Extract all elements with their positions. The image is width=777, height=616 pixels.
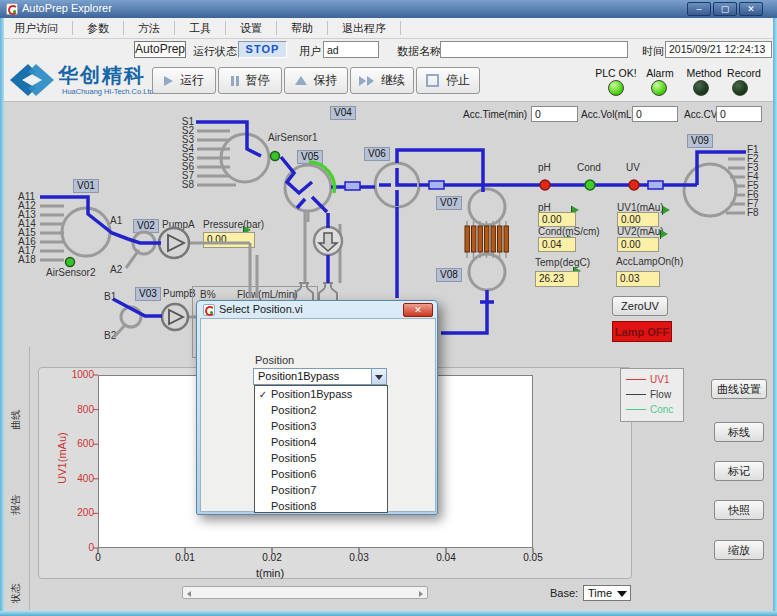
valve-v09-label[interactable]: V09 xyxy=(687,134,713,148)
position-field-label: Position xyxy=(255,354,294,366)
valve-v02[interactable] xyxy=(133,232,155,254)
brand-subtitle: HuaChuang Hi-Tech.Co.Ltd. xyxy=(62,87,156,96)
chart-legend: UV1 Flow Conc xyxy=(620,368,684,422)
valve-v06-label[interactable]: V06 xyxy=(364,147,390,161)
pump-a-label: PumpA xyxy=(162,220,195,230)
close-button[interactable]: ✕ xyxy=(739,2,763,16)
chevron-down-icon xyxy=(617,591,627,597)
run-button[interactable]: 运行 xyxy=(152,67,216,94)
option-position4[interactable]: Position4 xyxy=(255,434,387,450)
title-bar: AutoPrep Explorer – ▢ ✕ xyxy=(0,0,777,18)
resume-button[interactable]: 继续 xyxy=(350,67,414,94)
dataname-input[interactable] xyxy=(440,41,628,58)
pump-b-label: PumpB xyxy=(163,289,196,299)
dialog-title: Select Position.vi xyxy=(219,303,303,315)
tab-status[interactable]: 状态 xyxy=(9,563,23,616)
run-status-value: STOP xyxy=(238,41,287,58)
option-position3[interactable]: Position3 xyxy=(255,418,387,434)
acc-vol-value: 0 xyxy=(632,106,678,122)
valve-v06[interactable] xyxy=(375,163,419,207)
option-position7[interactable]: Position7 xyxy=(255,482,387,498)
menu-exit[interactable]: 退出程序 xyxy=(328,21,401,35)
conc-line-swatch xyxy=(626,409,646,410)
pump-a[interactable] xyxy=(159,228,189,258)
y-tick-200: 200 xyxy=(60,507,94,518)
valve-v04[interactable] xyxy=(221,134,269,182)
minimize-button[interactable]: – xyxy=(687,2,711,16)
base-dropdown[interactable]: Time xyxy=(583,585,631,601)
valve-v01[interactable] xyxy=(62,208,110,256)
hold-button[interactable]: 保持 xyxy=(284,67,348,94)
chart-h-scrollbar[interactable] xyxy=(182,586,428,599)
menu-method[interactable]: 方法 xyxy=(124,21,175,35)
menu-help[interactable]: 帮助 xyxy=(277,21,328,35)
valve-v07[interactable] xyxy=(469,189,505,225)
legend-conc: Conc xyxy=(621,402,683,417)
pause-button[interactable]: 暂停 xyxy=(218,67,282,94)
zero-uv-button[interactable]: ZeroUV xyxy=(612,296,668,316)
airsensor1-label: AirSensor1 xyxy=(268,133,317,143)
maximize-button[interactable]: ▢ xyxy=(713,2,737,16)
stop-button[interactable]: 停止 xyxy=(416,67,480,94)
record-led xyxy=(732,80,748,96)
window-border-left xyxy=(0,18,4,616)
app-icon xyxy=(6,3,18,15)
valve-v01-label[interactable]: V01 xyxy=(73,179,99,193)
port-s8: S8 xyxy=(174,180,194,190)
snapshot-button[interactable]: 快照 xyxy=(714,500,764,520)
legend-uv1: UV1 xyxy=(621,372,683,387)
dialog-close-icon[interactable]: ✕ xyxy=(403,303,433,317)
option-position1bypass[interactable]: ✓Position1Bypass xyxy=(255,386,387,402)
valve-v05-label[interactable]: V05 xyxy=(297,150,323,164)
user-input[interactable] xyxy=(323,41,379,58)
position-combobox[interactable]: Position1Bypass xyxy=(253,368,387,385)
zoom-button[interactable]: 缩放 xyxy=(714,540,764,560)
lamp-off-button[interactable]: Lamp OFF xyxy=(612,321,672,342)
valve-v04-label[interactable]: V04 xyxy=(330,106,356,120)
cond-readout-value: 0.04 xyxy=(538,237,576,252)
play-icon xyxy=(164,76,173,86)
menu-settings[interactable]: 设置 xyxy=(226,21,277,35)
valve-v08[interactable] xyxy=(469,254,505,290)
tab-curve[interactable]: 曲线 xyxy=(9,390,23,450)
valve-v09[interactable] xyxy=(684,164,736,216)
valve-v03-label[interactable]: V03 xyxy=(135,287,161,301)
option-position6[interactable]: Position6 xyxy=(255,466,387,482)
option-position5[interactable]: Position5 xyxy=(255,450,387,466)
menu-tools[interactable]: 工具 xyxy=(175,21,226,35)
option-position2[interactable]: Position2 xyxy=(255,402,387,418)
autoprep-button[interactable]: AutoPrep xyxy=(134,41,186,58)
port-b2: B2 xyxy=(104,331,116,341)
menu-user-access[interactable]: 用户访问 xyxy=(0,21,73,35)
cond-sensor-label: Cond xyxy=(577,163,601,173)
check-icon: ✓ xyxy=(255,389,271,400)
run-status-label: 运行状态 xyxy=(193,44,237,59)
valve-v03[interactable] xyxy=(121,307,141,327)
method-led xyxy=(693,80,709,96)
valve-v05[interactable] xyxy=(285,165,331,211)
menu-parameters[interactable]: 参数 xyxy=(73,21,124,35)
flag-icon xyxy=(659,229,669,239)
port-a1: A1 xyxy=(110,216,122,226)
run-button-label: 运行 xyxy=(180,72,204,89)
uv2-readout-label: UV2(mAu) xyxy=(617,227,664,237)
combobox-dropdown-icon[interactable] xyxy=(371,368,387,385)
x-tick-005: 0.05 xyxy=(513,552,553,563)
port-a18: A18 xyxy=(18,255,40,265)
gradient-b-label: B% xyxy=(200,290,216,300)
valve-v02-label[interactable]: V02 xyxy=(133,219,159,233)
x-tick-002: 0.02 xyxy=(252,552,292,563)
valve-v08-label[interactable]: V08 xyxy=(436,268,462,282)
hold-button-label: 保持 xyxy=(314,72,338,89)
alarm-indicator-label: Alarm xyxy=(642,67,678,79)
acc-vol-label: Acc.Vol(mL) xyxy=(581,109,635,120)
valve-v07-label[interactable]: V07 xyxy=(436,196,462,210)
pump-b[interactable] xyxy=(162,304,188,330)
marker-line-button[interactable]: 标线 xyxy=(714,422,764,442)
curve-settings-button[interactable]: 曲线设置 xyxy=(711,379,767,399)
mark-button[interactable]: 标记 xyxy=(714,461,764,481)
tab-report[interactable]: 报告 xyxy=(9,475,23,535)
window-border-bottom xyxy=(0,611,777,616)
option-position8[interactable]: Position8 xyxy=(255,498,387,514)
uv1-readout-value: 0.00 xyxy=(617,212,659,227)
